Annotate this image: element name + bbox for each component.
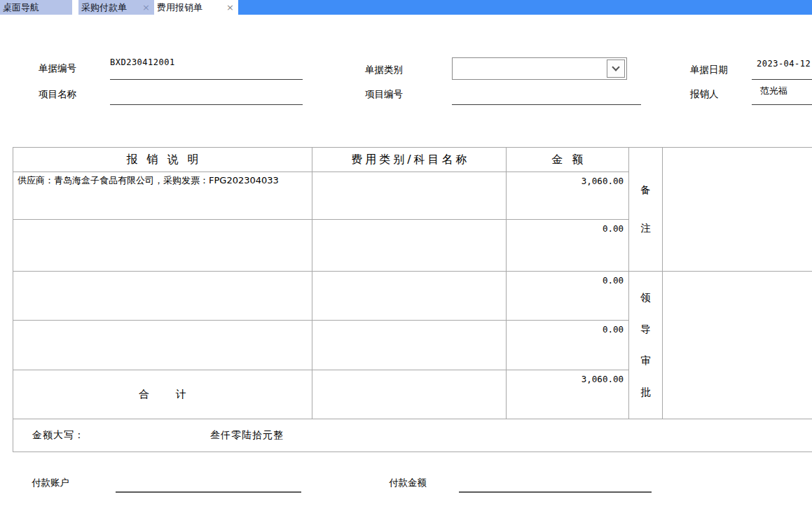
doc-date-field[interactable] xyxy=(752,58,812,80)
row4-amount-cell[interactable]: 0.00 xyxy=(507,321,629,370)
project-name-field[interactable] xyxy=(110,83,303,105)
leader-approval-area-cell[interactable] xyxy=(663,272,812,419)
doc-no-field[interactable] xyxy=(110,58,303,80)
row2-description-cell[interactable] xyxy=(13,220,312,272)
tab-bar-fill xyxy=(238,0,812,15)
payment-account-label: 付款账户 xyxy=(32,477,69,489)
reimburser-field[interactable] xyxy=(752,83,812,105)
tab-desktop-navigation[interactable]: 桌面导航 xyxy=(0,0,72,15)
row2-category-cell[interactable] xyxy=(312,220,507,272)
col-header-description: 报销说明 xyxy=(13,148,312,172)
total-amount-cell: 3,060.00 xyxy=(507,370,629,419)
tab-expense-reimbursement[interactable]: 费用报销单 × xyxy=(154,0,238,15)
row4-description-cell[interactable] xyxy=(13,321,312,370)
row1-description-cell[interactable]: 供应商：青岛海盒子食品有限公司，采购发票：FPG202304033 xyxy=(13,172,312,220)
payment-account-field[interactable] xyxy=(116,471,301,493)
tab-purchase-payment[interactable]: 采购付款单 × xyxy=(78,0,154,15)
payment-amount-field[interactable] xyxy=(459,471,652,493)
reimbursement-table: 报销说明 费用类别/科目名称 金额 备注 领导审批 供应商：青岛海盒子食品有限公… xyxy=(13,147,812,452)
tab-label: 桌面导航 xyxy=(3,1,39,14)
row3-category-cell[interactable] xyxy=(312,272,507,321)
project-no-field[interactable] xyxy=(452,83,641,105)
side-label-leader-approval: 领导审批 xyxy=(629,272,663,419)
project-name-label: 项目名称 xyxy=(39,88,76,101)
row3-amount-cell[interactable]: 0.00 xyxy=(507,272,629,321)
doc-type-select[interactable] xyxy=(452,57,627,80)
amount-in-words-value: 叁仟零陆拾元整 xyxy=(210,429,284,442)
remark-area-cell[interactable] xyxy=(663,148,812,272)
doc-type-dropdown-button[interactable] xyxy=(607,59,625,78)
project-no-label: 项目编号 xyxy=(365,88,403,101)
doc-no-label: 单据编号 xyxy=(39,62,76,75)
row1-category-cell[interactable] xyxy=(312,172,507,220)
chevron-down-icon xyxy=(612,63,619,71)
row3-description-cell[interactable] xyxy=(13,272,312,321)
close-icon[interactable]: × xyxy=(141,3,151,12)
tab-label: 费用报销单 xyxy=(157,1,202,14)
tab-bar: 桌面导航 采购付款单 × 费用报销单 × xyxy=(0,0,812,15)
doc-type-label: 单据类别 xyxy=(365,64,403,76)
close-icon[interactable]: × xyxy=(225,3,235,12)
col-header-category: 费用类别/科目名称 xyxy=(312,148,507,172)
col-header-amount: 金额 xyxy=(507,148,629,172)
amount-in-words-row: 金额大写： 叁仟零陆拾元整 xyxy=(13,419,812,452)
total-category-cell xyxy=(312,370,507,419)
reimburser-label: 报销人 xyxy=(690,88,719,101)
row4-category-cell[interactable] xyxy=(312,321,507,370)
payment-amount-label: 付款金额 xyxy=(389,477,427,489)
side-label-remark: 备注 xyxy=(629,148,663,272)
expense-reimbursement-form-window: 桌面导航 采购付款单 × 费用报销单 × 单据编号 BXD230412001 项… xyxy=(0,0,812,511)
total-label-cell: 合 计 xyxy=(13,370,312,419)
doc-date-label: 单据日期 xyxy=(690,64,728,76)
row2-amount-cell[interactable]: 0.00 xyxy=(507,220,629,272)
doc-type-selected-value xyxy=(453,63,456,74)
row1-amount-cell[interactable]: 3,060.00 xyxy=(507,172,629,220)
amount-in-words-label: 金额大写： xyxy=(32,429,85,442)
tab-label: 采购付款单 xyxy=(81,1,127,14)
